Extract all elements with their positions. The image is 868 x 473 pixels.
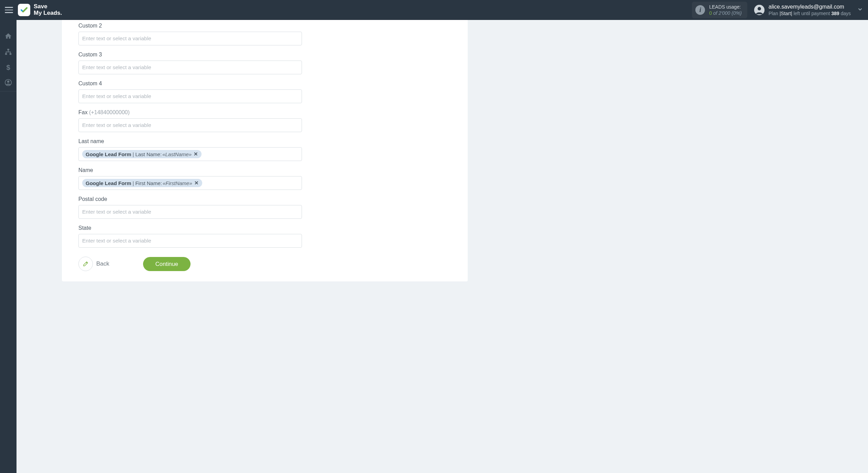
field-input[interactable]: Enter text or select a variable [78, 234, 302, 248]
field-input[interactable]: Google Lead Form | Last Name: «LastName»… [78, 147, 302, 161]
svg-point-1 [758, 7, 761, 10]
chip-field: First Name: [135, 180, 162, 186]
chip-var: «FirstName» [163, 180, 192, 186]
account-plan: Plan |Start| left until payment 389 days [769, 10, 851, 17]
variable-chip[interactable]: Google Lead Form | First Name: «FirstNam… [82, 179, 202, 187]
account-email: alice.savemyleads@gmail.com [769, 3, 851, 11]
svg-text:$: $ [6, 64, 10, 71]
account-panel[interactable]: alice.savemyleads@gmail.com Plan |Start|… [754, 3, 851, 17]
form-field: Postal codeEnter text or select a variab… [78, 196, 451, 219]
menu-toggle[interactable] [5, 6, 13, 14]
form-field: Custom 3Enter text or select a variable [78, 52, 451, 74]
sidebar: $ [0, 20, 17, 292]
placeholder-text: Enter text or select a variable [82, 209, 151, 215]
form-card: Custom 2Enter text or select a variableC… [62, 20, 468, 281]
account-text: alice.savemyleads@gmail.com Plan |Start|… [769, 3, 851, 17]
chip-field: Last Name: [135, 151, 162, 157]
sidebar-home[interactable] [0, 28, 17, 44]
form-field: Last nameGoogle Lead Form | Last Name: «… [78, 138, 451, 161]
placeholder-text: Enter text or select a variable [82, 35, 151, 42]
usage-title: LEADS usage: [709, 4, 742, 10]
usage-panel[interactable]: i LEADS usage: 0 of 2'000 (0%) [692, 2, 747, 18]
form-field: Custom 4Enter text or select a variable [78, 80, 451, 103]
chip-source: Google Lead Form [86, 151, 131, 157]
field-label: Fax (+14840000000) [78, 109, 451, 116]
variable-chip[interactable]: Google Lead Form | Last Name: «LastName»… [82, 150, 202, 158]
sidebar-account[interactable] [0, 76, 17, 92]
form-field: Custom 2Enter text or select a variable [78, 23, 451, 45]
chip-remove-icon[interactable]: ✕ [194, 180, 199, 186]
placeholder-text: Enter text or select a variable [82, 122, 151, 128]
svg-rect-4 [10, 53, 11, 55]
info-icon: i [695, 5, 705, 15]
back-button[interactable]: Back [78, 257, 109, 271]
field-label: Postal code [78, 196, 451, 202]
brand-line1: Save [34, 3, 62, 10]
chip-remove-icon[interactable]: ✕ [194, 151, 198, 157]
svg-rect-3 [5, 53, 7, 55]
sidebar-connections[interactable] [0, 44, 17, 60]
form-field: StateEnter text or select a variable [78, 225, 451, 248]
usage-pct: (0%) [731, 10, 742, 16]
field-label: Custom 2 [78, 23, 451, 29]
placeholder-text: Enter text or select a variable [82, 64, 151, 71]
sidebar-billing[interactable]: $ [0, 60, 17, 76]
edit-icon [78, 257, 93, 271]
placeholder-text: Enter text or select a variable [82, 238, 151, 244]
avatar-icon [754, 5, 764, 15]
form-actions: Back Continue [78, 257, 451, 271]
field-label: Custom 3 [78, 52, 451, 58]
usage-text: LEADS usage: 0 of 2'000 (0%) [709, 4, 742, 16]
svg-rect-2 [7, 49, 9, 51]
field-input[interactable]: Enter text or select a variable [78, 205, 302, 219]
field-input[interactable]: Google Lead Form | First Name: «FirstNam… [78, 176, 302, 190]
field-input[interactable]: Enter text or select a variable [78, 61, 302, 74]
form-field: Fax (+14840000000)Enter text or select a… [78, 109, 451, 132]
chevron-down-icon[interactable] [857, 6, 863, 14]
field-label: State [78, 225, 451, 231]
field-input[interactable]: Enter text or select a variable [78, 118, 302, 132]
app-logo[interactable] [18, 4, 30, 16]
chip-source: Google Lead Form [86, 180, 131, 186]
brand-text: Save My Leads. [34, 3, 62, 16]
brand-line2: My Leads. [34, 10, 62, 17]
field-input[interactable]: Enter text or select a variable [78, 32, 302, 45]
placeholder-text: Enter text or select a variable [82, 93, 151, 99]
field-label: Custom 4 [78, 80, 451, 87]
field-label: Last name [78, 138, 451, 144]
usage-numbers: 0 of 2'000 (0%) [709, 10, 742, 16]
field-label: Name [78, 167, 451, 173]
svg-point-7 [7, 80, 9, 83]
usage-current: 0 [709, 10, 712, 16]
main-content: Custom 2Enter text or select a variableC… [17, 20, 868, 292]
chip-var: «LastName» [162, 151, 192, 157]
app-header: Save My Leads. i LEADS usage: 0 of 2'000… [0, 0, 868, 20]
continue-button[interactable]: Continue [143, 257, 191, 271]
field-hint: (+14840000000) [88, 109, 130, 115]
field-input[interactable]: Enter text or select a variable [78, 89, 302, 103]
form-field: NameGoogle Lead Form | First Name: «Firs… [78, 167, 451, 190]
back-label: Back [96, 260, 109, 267]
